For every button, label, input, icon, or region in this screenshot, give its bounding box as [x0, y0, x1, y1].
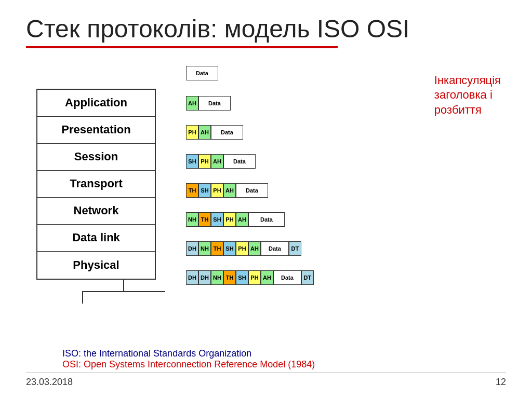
pkt-ph-4: PH [211, 183, 223, 198]
pkt-th-6: TH [211, 241, 223, 256]
packet-4: TH SH PH AH Data [186, 183, 268, 198]
encap-row-2: PH AH Data [186, 119, 314, 146]
title-area: Стек протоколів: модель ISO OSI [26, 16, 506, 53]
pkt-sh-3: SH [186, 154, 198, 169]
pkt-th-4: TH [186, 183, 198, 198]
title-underline [26, 46, 338, 48]
footer-date: 23.03.2018 [26, 377, 73, 388]
packet-1: AH Data [186, 96, 231, 111]
pkt-data-3: Data [223, 154, 256, 169]
pkt-ah-6: AH [248, 241, 261, 256]
osi-row-application: Application [37, 90, 155, 117]
footer: 23.03.2018 12 [26, 372, 506, 388]
packet-2: PH AH Data [186, 125, 243, 140]
content-area: Application Presentation Session Transpo… [26, 58, 506, 347]
pkt-dh-7b: DH [198, 270, 211, 285]
osi-row-network: Network [37, 198, 155, 225]
pkt-dt-6: DT [289, 241, 301, 256]
bottom-line2: OSI: Open Systems Interconnection Refere… [62, 359, 506, 370]
encap-row-6: DH NH TH SH PH AH Data DT [186, 235, 314, 262]
pkt-data-4: Data [236, 183, 268, 198]
osi-table: Application Presentation Session Transpo… [36, 89, 156, 280]
encap-area: Data AH Data PH AH Data [186, 58, 314, 291]
footer-page: 12 [496, 377, 506, 388]
pkt-ah-2: AH [198, 125, 211, 140]
pkt-data-1: Data [198, 96, 231, 111]
pkt-ph-3: PH [198, 154, 211, 169]
pkt-sh-6: SH [223, 241, 236, 256]
pkt-ah-7: AH [261, 270, 273, 285]
encap-row-5: NH TH SH PH AH Data [186, 206, 314, 233]
pkt-dh-7a: DH [186, 270, 198, 285]
packet-7: DH DH NH TH SH PH AH Data DT [186, 270, 314, 285]
pkt-dt-7: DT [301, 270, 314, 285]
packet-6: DH NH TH SH PH AH Data DT [186, 241, 301, 256]
annotation-line3: розбиття [434, 103, 482, 116]
osi-row-datalink: Data link [37, 225, 155, 252]
pkt-ph-6: PH [236, 241, 248, 256]
pkt-th-7: TH [223, 270, 236, 285]
pkt-ah-5: AH [236, 212, 248, 227]
osi-row-transport: Transport [37, 171, 155, 198]
pkt-data-5: Data [248, 212, 285, 227]
pkt-ph-5: PH [223, 212, 236, 227]
encap-row-3: SH PH AH Data [186, 148, 314, 175]
pkt-data-2: Data [211, 125, 243, 140]
pkt-th-5: TH [198, 212, 211, 227]
pkt-sh-4: SH [198, 183, 211, 198]
packet-0: Data [186, 66, 218, 80]
annotation: Інкапсуляція заголовка і розбиття [434, 73, 501, 118]
packet-5: NH TH SH PH AH Data [186, 212, 285, 227]
slide-title: Стек протоколів: модель ISO OSI [26, 16, 506, 43]
packet-3: SH PH AH Data [186, 154, 256, 169]
pkt-ph-7: PH [248, 270, 261, 285]
encap-row-1: AH Data [186, 90, 314, 117]
pkt-data-7: Data [273, 270, 301, 285]
annotation-line1: Інкапсуляція [434, 74, 501, 87]
encap-row-4: TH SH PH AH Data [186, 177, 314, 204]
slide: Стек протоколів: модель ISO OSI Applicat… [0, 0, 532, 398]
annotation-line2: заголовка і [434, 88, 493, 101]
bottom-text: ISO: the International Standards Organiz… [62, 348, 506, 370]
left-column: Application Presentation Session Transpo… [26, 58, 165, 347]
pkt-data-0: Data [186, 66, 218, 80]
bottom-line1: ISO: the International Standards Organiz… [62, 348, 506, 359]
pkt-nh-7: NH [211, 270, 223, 285]
encap-row-7: DH DH NH TH SH PH AH Data DT [186, 264, 314, 291]
pkt-dh-6: DH [186, 241, 198, 256]
pkt-data-6: Data [261, 241, 289, 256]
osi-row-physical: Physical [37, 252, 155, 279]
pkt-sh-7: SH [236, 270, 248, 285]
pkt-nh-6: NH [198, 241, 211, 256]
osi-row-presentation: Presentation [37, 117, 155, 144]
pkt-ah-1: AH [186, 96, 198, 111]
pkt-ah-3: AH [211, 154, 223, 169]
pkt-ph-2: PH [186, 125, 198, 140]
encap-row-0: Data [186, 63, 314, 84]
pkt-sh-5: SH [211, 212, 223, 227]
osi-row-session: Session [37, 144, 155, 171]
bottom-section: ISO: the International Standards Organiz… [36, 347, 506, 370]
pkt-nh-5: NH [186, 212, 198, 227]
pkt-ah-4: AH [223, 183, 236, 198]
